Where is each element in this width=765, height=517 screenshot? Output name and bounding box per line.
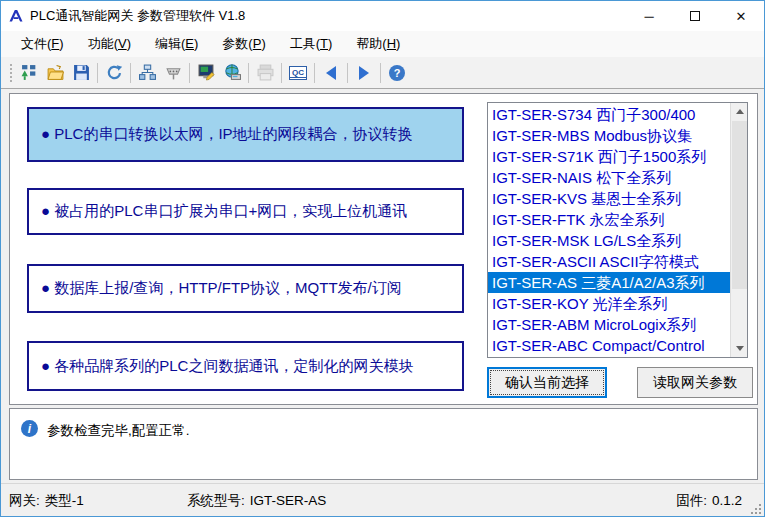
menu-bar: 文件(F) 功能(V) 编辑(E) 参数(P) 工具(T) 帮助(H): [1, 31, 764, 57]
forward-icon: [359, 66, 369, 80]
scrollbar-down-button[interactable]: [731, 340, 748, 357]
model-list: IGT-SER-S734 西门子300/400 IGT-SER-MBS Modb…: [487, 102, 748, 358]
topology-icon: [139, 64, 156, 81]
toolbar-separator: [97, 63, 98, 83]
statusbar-gateway: 网关:类型-1: [9, 492, 84, 510]
confirm-selection-button[interactable]: 确认当前选择: [487, 367, 607, 398]
back-button[interactable]: [318, 60, 344, 86]
serial-port-button[interactable]: [160, 60, 186, 86]
toolbar-gripper[interactable]: [9, 64, 12, 82]
list-item[interactable]: IGT-SER-MSK LG/LS全系列: [488, 230, 730, 251]
menu-params[interactable]: 参数(P): [210, 32, 277, 56]
message-panel: i 参数检查完毕,配置正常.: [9, 408, 758, 480]
list-item[interactable]: IGT-SER-S734 西门子300/400: [488, 104, 730, 125]
main-panel: ● PLC的串口转换以太网，IP地址的网段耦合，协议转换 ● 被占用的PLC串口…: [9, 93, 758, 405]
statusbar-system-model: 系统型号:IGT-SER-AS: [187, 492, 326, 510]
gateway-value: 类型-1: [45, 493, 84, 508]
toolbar-separator: [347, 63, 348, 83]
scrollbar-up-button[interactable]: [731, 103, 748, 120]
read-gateway-params-button[interactable]: 读取网关参数: [637, 367, 753, 398]
menu-file[interactable]: 文件(F): [9, 32, 76, 56]
network-config-button[interactable]: [16, 60, 42, 86]
list-item[interactable]: IGT-SER-ASCII ASCII字符模式: [488, 251, 730, 272]
statusbar-firmware: 固件:0.1.2: [676, 492, 742, 510]
system-model-value: IGT-SER-AS: [250, 493, 327, 508]
toolbar-separator: [281, 63, 282, 83]
list-item[interactable]: IGT-SER-FTK 永宏全系列: [488, 209, 730, 230]
feature-text: ● 各种品牌系列的PLC之间数据通讯，定制化的网关模块: [41, 357, 413, 376]
app-window: PLC通讯智能网关 参数管理软件 V1.8 ─ ✕ 文件(F) 功能(V) 编辑…: [0, 0, 765, 517]
printer-icon: [257, 64, 274, 81]
menu-function[interactable]: 功能(V): [76, 32, 143, 56]
close-button[interactable]: ✕: [718, 1, 764, 31]
list-scrollbar[interactable]: [730, 103, 747, 357]
qc-button[interactable]: QC: [285, 60, 311, 86]
help-icon: ?: [389, 65, 405, 81]
resize-grip[interactable]: [759, 512, 761, 514]
minimize-icon: ─: [644, 9, 653, 24]
firmware-label: 固件:: [676, 493, 707, 508]
minimize-button[interactable]: ─: [626, 1, 672, 31]
list-item[interactable]: IGT-SER-S71K 西门子1500系列: [488, 146, 730, 167]
window-controls: ─ ✕: [626, 1, 764, 31]
back-icon: [326, 66, 336, 80]
open-icon: [47, 64, 64, 81]
qc-icon: QC: [289, 66, 307, 80]
toolbar-separator: [130, 63, 131, 83]
toolbar-separator: [248, 63, 249, 83]
list-item[interactable]: IGT-SER-MBS Modbus协议集: [488, 125, 730, 146]
feature-box-serial-to-ethernet[interactable]: ● PLC的串口转换以太网，IP地址的网段耦合，协议转换: [27, 107, 464, 162]
network-globe-button[interactable]: [219, 60, 245, 86]
feature-text: ● 数据库上报/查询，HTTP/FTP协议，MQTT发布/订阅: [41, 279, 402, 298]
toolbar-separator: [189, 63, 190, 83]
menu-edit[interactable]: 编辑(E): [143, 32, 210, 56]
app-logo-icon: [8, 8, 24, 24]
model-list-items: IGT-SER-S734 西门子300/400 IGT-SER-MBS Modb…: [488, 103, 730, 357]
firmware-value: 0.1.2: [712, 493, 742, 508]
system-model-label: 系统型号:: [187, 493, 245, 508]
list-item[interactable]: IGT-SER-ABC Compact/Control: [488, 335, 730, 356]
maximize-button[interactable]: [672, 1, 718, 31]
open-button[interactable]: [42, 60, 68, 86]
list-item[interactable]: IGT-SER-KVS 基恩士全系列: [488, 188, 730, 209]
feature-box-port-expansion[interactable]: ● 被占用的PLC串口扩展为串口+网口，实现上位机通讯: [27, 188, 464, 235]
feature-box-plc-interconnect[interactable]: ● 各种品牌系列的PLC之间数据通讯，定制化的网关模块: [27, 341, 464, 391]
list-item[interactable]: IGT-SER-NAIS 松下全系列: [488, 167, 730, 188]
window-title: PLC通讯智能网关 参数管理软件 V1.8: [30, 7, 245, 25]
maximize-icon: [690, 11, 700, 21]
help-button[interactable]: ?: [384, 60, 410, 86]
status-message: 参数检查完毕,配置正常.: [47, 422, 190, 440]
refresh-button[interactable]: [101, 60, 127, 86]
list-item[interactable]: IGT-SER-KOY 光洋全系列: [488, 293, 730, 314]
gateway-label: 网关:: [9, 493, 40, 508]
printer-button: [252, 60, 278, 86]
list-item-selected[interactable]: IGT-SER-AS 三菱A1/A2/A3系列: [488, 272, 730, 293]
monitor-edit-button[interactable]: [193, 60, 219, 86]
feature-box-database-mqtt[interactable]: ● 数据库上报/查询，HTTP/FTP协议，MQTT发布/订阅: [27, 264, 464, 313]
serial-port-icon: [165, 64, 182, 81]
refresh-icon: [106, 64, 123, 81]
forward-button[interactable]: [351, 60, 377, 86]
title-bar: PLC通讯智能网关 参数管理软件 V1.8 ─ ✕: [1, 1, 764, 31]
scrollbar-thumb[interactable]: [732, 121, 747, 289]
toolbar-separator: [314, 63, 315, 83]
topology-button[interactable]: [134, 60, 160, 86]
scroll-up-icon: [736, 109, 744, 114]
info-icon: i: [21, 420, 38, 437]
close-icon: ✕: [736, 9, 747, 24]
save-icon: [73, 64, 90, 81]
toolbar-separator: [380, 63, 381, 83]
feature-text: ● PLC的串口转换以太网，IP地址的网段耦合，协议转换: [41, 125, 413, 144]
scroll-down-icon: [736, 346, 744, 351]
menu-help[interactable]: 帮助(H): [344, 32, 412, 56]
network-globe-icon: [224, 64, 241, 81]
status-bar: 网关:类型-1 系统型号:IGT-SER-AS 固件:0.1.2: [1, 483, 764, 517]
menu-tools[interactable]: 工具(T): [278, 32, 345, 56]
monitor-edit-icon: [198, 64, 215, 81]
feature-text: ● 被占用的PLC串口扩展为串口+网口，实现上位机通讯: [41, 202, 407, 221]
toolbar: QC ?: [1, 57, 764, 89]
save-button[interactable]: [68, 60, 94, 86]
list-item[interactable]: IGT-SER-ABM MicroLogix系列: [488, 314, 730, 335]
network-config-icon: [21, 64, 38, 81]
